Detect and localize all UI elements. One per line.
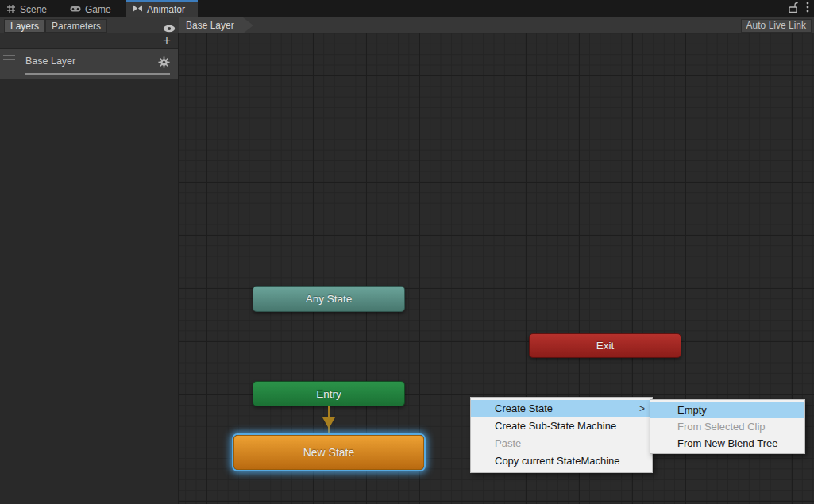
- tab-animator[interactable]: Animator: [126, 0, 198, 17]
- gear-icon[interactable]: [158, 56, 170, 71]
- grid-icon: [6, 4, 16, 16]
- node-new-state[interactable]: New State: [233, 435, 424, 470]
- animator-icon: [133, 4, 143, 15]
- auto-live-link-button[interactable]: Auto Live Link: [741, 19, 812, 33]
- animator-toolbar: Layers Parameters Base Layer Auto Live L…: [0, 17, 814, 33]
- transition-arrowhead-icon: [322, 417, 335, 429]
- context-menu: Create State > Create Sub-State Machine …: [470, 397, 653, 473]
- layer-name: Base Layer: [25, 56, 75, 67]
- submenu-item-empty[interactable]: Empty: [650, 402, 804, 418]
- tab-label: Scene: [20, 4, 47, 15]
- kebab-menu-icon[interactable]: [806, 2, 809, 16]
- drag-handle-icon[interactable]: [3, 55, 15, 60]
- menu-item-label: Create State: [495, 402, 553, 414]
- create-state-submenu: Empty From Selected Clip From New Blend …: [650, 399, 805, 454]
- gamepad-icon: [70, 4, 81, 15]
- tab-scene[interactable]: Scene: [0, 0, 62, 17]
- tab-label: Animator: [147, 4, 185, 15]
- submenu-item-from-new-blend-tree[interactable]: From New Blend Tree: [650, 435, 804, 452]
- menu-item-paste: Paste: [471, 435, 652, 452]
- node-any-state[interactable]: Any State: [253, 286, 405, 312]
- layer-weight-bar[interactable]: [25, 73, 170, 75]
- tab-layers[interactable]: Layers: [4, 19, 45, 33]
- tab-parameters[interactable]: Parameters: [45, 19, 107, 33]
- submenu-item-from-selected-clip: From Selected Clip: [650, 418, 804, 435]
- breadcrumb-base-layer[interactable]: Base Layer: [179, 17, 253, 33]
- node-exit[interactable]: Exit: [529, 333, 681, 358]
- menu-item-create-sub-state-machine[interactable]: Create Sub-State Machine: [471, 417, 652, 435]
- add-layer-button[interactable]: +: [163, 33, 171, 48]
- layers-panel: + Base Layer: [0, 33, 179, 504]
- tab-game[interactable]: Game: [64, 0, 124, 17]
- menu-item-copy-current-statemachine[interactable]: Copy current StateMachine: [471, 452, 652, 470]
- left-panel-tabs: Layers Parameters: [4, 19, 107, 33]
- window-tab-bar: Scene Game Animator: [0, 0, 814, 17]
- node-entry[interactable]: Entry: [253, 381, 405, 406]
- layer-row-base-layer[interactable]: Base Layer: [0, 49, 178, 79]
- tab-label: Game: [85, 4, 111, 15]
- layers-panel-header: +: [0, 33, 178, 49]
- window-controls: [789, 0, 809, 17]
- unlock-icon[interactable]: [789, 2, 798, 17]
- menu-item-create-state[interactable]: Create State >: [471, 400, 652, 417]
- submenu-arrow-icon: >: [639, 400, 645, 417]
